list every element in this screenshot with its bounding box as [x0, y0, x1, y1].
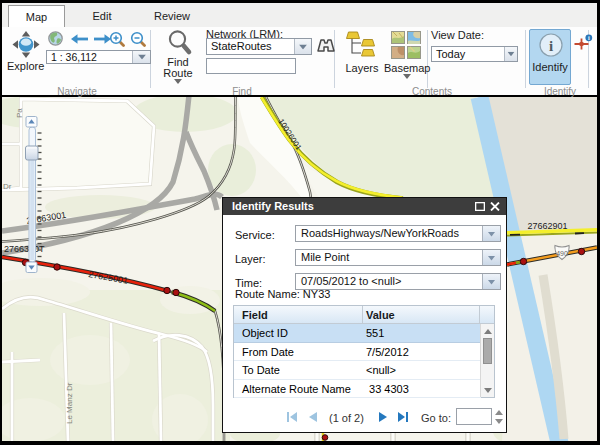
svg-text:2766310T: 2766310T [4, 244, 45, 254]
svg-text:Le Manz Dr: Le Manz Dr [65, 382, 74, 424]
svg-text:27662901: 27662901 [528, 221, 568, 231]
svg-text:Dr: Dr [3, 182, 12, 191]
svg-text:490: 490 [556, 250, 568, 257]
svg-text:i: i [549, 38, 553, 54]
svg-text:Pa: Pa [15, 108, 24, 118]
